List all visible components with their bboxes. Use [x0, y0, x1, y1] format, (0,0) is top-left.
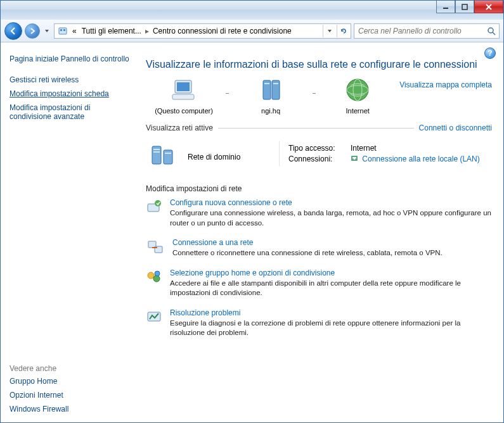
svg-rect-22: [352, 156, 357, 160]
nav-forward-button[interactable]: [25, 23, 40, 39]
help-button[interactable]: ?: [484, 47, 496, 59]
connect-network-icon: [146, 238, 165, 258]
task-title[interactable]: Selezione gruppo home e opzioni di condi…: [170, 268, 492, 277]
page-title: Visualizzare le informazioni di base sul…: [146, 59, 492, 70]
svg-rect-20: [153, 151, 160, 153]
view-full-map-link[interactable]: Visualizza mappa completa: [399, 77, 492, 89]
divider: [218, 128, 414, 129]
search-icon[interactable]: [484, 24, 499, 38]
svg-rect-18: [164, 150, 172, 164]
svg-rect-9: [172, 94, 194, 99]
control-panel-icon: [57, 25, 68, 37]
sidebar-link-internet-options[interactable]: Opzioni Internet: [10, 388, 131, 402]
svg-rect-8: [177, 82, 190, 91]
nav-history-dropdown[interactable]: [42, 28, 51, 34]
node-this-computer: (Questo computer): [146, 77, 222, 115]
minimize-button[interactable]: [436, 1, 455, 13]
address-dropdown-button[interactable]: [323, 25, 335, 37]
nav-back-button[interactable]: [4, 22, 22, 40]
svg-point-31: [155, 271, 160, 276]
sidebar: Pagina iniziale Pannello di controllo Ge…: [1, 42, 137, 422]
svg-point-29: [148, 272, 154, 279]
svg-line-6: [493, 32, 495, 35]
task-troubleshoot[interactable]: Risoluzione problemi Eseguire la diagnos…: [146, 308, 492, 338]
navigation-bar: « Tutti gli element... ▸ Centro connessi…: [1, 20, 503, 42]
search-input[interactable]: [354, 27, 484, 35]
breadcrumb-item[interactable]: Tutti gli element...: [79, 27, 144, 35]
task-desc: Configurare una connessione wireless, a …: [170, 209, 491, 227]
troubleshoot-icon: [146, 308, 162, 338]
breadcrumb-item-current[interactable]: Centro connessioni di rete e condivision…: [150, 27, 294, 35]
node-label-pc: (Questo computer): [155, 107, 213, 115]
node-internet: Internet: [320, 77, 396, 115]
chevron-right-icon: ▸: [144, 27, 150, 35]
homegroup-icon: [146, 268, 162, 298]
network-settings-header: Modifica impostazioni di rete: [146, 184, 492, 193]
task-title[interactable]: Configura nuova connessione o rete: [170, 198, 492, 207]
svg-point-26: [155, 200, 161, 206]
svg-point-14: [347, 79, 368, 101]
svg-rect-2: [59, 28, 67, 34]
svg-rect-13: [273, 83, 278, 84]
svg-point-5: [488, 28, 493, 33]
window-titlebar: [1, 1, 503, 20]
content-body: Pagina iniziale Pannello di controllo Ge…: [1, 42, 503, 422]
close-button[interactable]: [474, 1, 503, 13]
see-also-header: Vedere anche: [10, 364, 131, 373]
node-gateway: ngi.hq: [233, 77, 309, 115]
sidebar-link-homegroup[interactable]: Gruppo Home: [10, 374, 131, 388]
control-panel-window: « Tutti gli element... ▸ Centro connessi…: [0, 0, 504, 423]
control-panel-home-link[interactable]: Pagina iniziale Pannello di controllo: [10, 51, 131, 66]
task-title[interactable]: Connessione a una rete: [172, 238, 443, 247]
svg-point-30: [153, 275, 160, 282]
active-networks-header: Visualizza reti attive: [146, 123, 213, 132]
node-label-internet: Internet: [346, 107, 370, 115]
connect-disconnect-link[interactable]: Connetti o disconnetti: [419, 123, 492, 132]
svg-rect-4: [63, 29, 65, 31]
connection-link[interactable]: Connessione alla rete locale (LAN): [351, 155, 480, 164]
globe-icon: [344, 77, 371, 105]
svg-rect-1: [462, 4, 467, 9]
svg-rect-21: [165, 153, 171, 154]
network-name-label: Rete di dominio: [188, 153, 270, 161]
network-map: (Questo computer) ngi.hq Internet Visua: [146, 77, 492, 115]
domain-network-icon: [148, 141, 179, 169]
refresh-button[interactable]: [337, 25, 349, 37]
task-desc: Connettere o riconnettere una connession…: [172, 249, 443, 256]
sidebar-link-wireless[interactable]: Gestisci reti wireless: [10, 73, 131, 87]
maximize-button[interactable]: [455, 1, 474, 13]
server-icon: [258, 77, 283, 105]
setup-connection-icon: [146, 198, 162, 228]
task-homegroup-sharing[interactable]: Selezione gruppo home e opzioni di condi…: [146, 268, 492, 298]
task-title[interactable]: Risoluzione problemi: [170, 308, 492, 317]
svg-rect-19: [153, 149, 160, 150]
connection-name: Connessione alla rete locale (LAN): [362, 155, 479, 163]
task-desc: Eseguire la diagnosi e la correzione di …: [170, 319, 460, 337]
sidebar-link-firewall[interactable]: Windows Firewall: [10, 402, 131, 416]
ethernet-icon: [351, 155, 358, 164]
sidebar-link-adapter-settings[interactable]: Modifica impostazioni scheda: [10, 87, 131, 101]
svg-rect-12: [264, 83, 269, 84]
connection-line: [313, 93, 316, 94]
task-desc: Accedere ai file e alle stampanti dispon…: [170, 279, 461, 297]
window-controls: [436, 1, 503, 13]
address-bar[interactable]: « Tutti gli element... ▸ Centro connessi…: [54, 23, 351, 39]
node-label-gw: ngi.hq: [261, 107, 280, 115]
active-network-block: Rete di dominio Tipo accesso: Internet C…: [146, 135, 492, 173]
task-setup-connection[interactable]: Configura nuova connessione o rete Confi…: [146, 198, 492, 228]
main-content: ? Visualizzare le informazioni di base s…: [137, 42, 503, 422]
breadcrumb-prefix: «: [70, 27, 79, 35]
task-connect-network[interactable]: Connessione a una rete Connettere o rico…: [146, 238, 492, 258]
computer-icon: [169, 77, 199, 105]
search-box[interactable]: [354, 23, 500, 39]
connection-line: [226, 93, 229, 94]
svg-rect-3: [60, 29, 62, 31]
sidebar-link-advanced-sharing[interactable]: Modifica impostazioni di condivisione av…: [10, 101, 131, 123]
access-type-label: Tipo accesso:: [288, 144, 346, 153]
access-type-value: Internet: [351, 144, 377, 153]
connections-label: Connessioni:: [288, 155, 346, 164]
